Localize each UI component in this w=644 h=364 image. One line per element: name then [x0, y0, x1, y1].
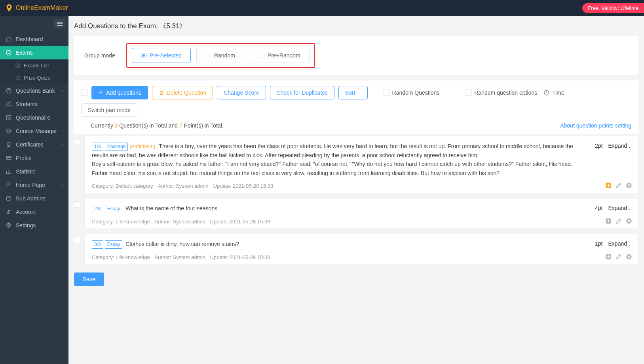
sidebar-toggle[interactable]	[54, 19, 65, 29]
edit-icon[interactable]	[615, 253, 622, 260]
validity-badge[interactable]: Free, Validity: Lifetime	[582, 3, 644, 13]
nav-questionnaire[interactable]: Questionnaire	[0, 111, 68, 124]
switch-part-mode-button[interactable]: Switch part mode	[81, 103, 137, 117]
shuffle-icon	[15, 75, 21, 81]
question-points: 2pt	[595, 143, 602, 149]
svg-point-3	[7, 102, 9, 104]
check-circle-icon	[6, 50, 12, 56]
add-icon[interactable]	[605, 217, 612, 225]
logo-icon	[5, 4, 13, 12]
chevron-left-icon: ‹	[62, 143, 63, 147]
expand-button[interactable]: Expand⌄	[608, 143, 631, 149]
nav-home-page[interactable]: Home Page ‹	[0, 178, 68, 192]
nav-label: Prize Quizs	[24, 75, 50, 81]
toolbar-panel: Add questions Delete Question Change Sco…	[74, 80, 638, 134]
question-text: What is the name of the four seasons	[124, 205, 217, 212]
svg-point-0	[6, 50, 11, 55]
brand-text: OnlineExamMaker	[16, 4, 68, 11]
question-checkbox[interactable]	[74, 201, 80, 208]
question-row: 3/3Essay Clothes collar is dirty, how ca…	[74, 234, 638, 265]
random-questions-option[interactable]: Random Questions	[384, 90, 440, 96]
award-icon	[6, 141, 12, 148]
summary-text: Currently 3 Question(s) in Total and 7 P…	[91, 122, 224, 129]
group-mode-options: Pre-Selected Random Pre+Random	[126, 43, 315, 68]
main-content: Add Questions to the Exam: 《5.31》 Group …	[68, 16, 644, 364]
question-index-badge: 3/3	[92, 240, 103, 249]
question-checkbox[interactable]	[74, 139, 80, 145]
radio-pre-random[interactable]: Pre+Random	[250, 48, 310, 63]
random-options-option[interactable]: Random question options	[465, 90, 537, 96]
edit-icon[interactable]	[615, 217, 622, 225]
nav-exams[interactable]: Exams ⌄	[0, 46, 68, 59]
plus-icon	[98, 90, 104, 95]
question-points: 1pt	[595, 240, 602, 247]
question-actions	[605, 217, 633, 225]
nav-certificates[interactable]: Certificates ‹	[0, 138, 68, 151]
nav-label: Certificates	[16, 141, 44, 148]
question-points: 4pt	[595, 205, 602, 211]
nav-exams-list[interactable]: Exams List	[0, 59, 68, 72]
users-icon	[6, 101, 12, 107]
edit-icon[interactable]	[615, 182, 622, 189]
expand-button[interactable]: Expand⌄	[608, 240, 631, 247]
svg-point-1	[16, 63, 20, 68]
question-type-badge: Essay	[105, 205, 123, 213]
delete-question-button[interactable]: Delete Question	[152, 86, 213, 99]
nav-label: Dashboard	[16, 36, 43, 42]
trash-icon	[159, 90, 164, 95]
checkbox-icon	[465, 90, 472, 96]
gear-icon	[6, 222, 12, 229]
question-type-badge: Essay	[105, 240, 123, 249]
nav-account[interactable]: Account	[0, 205, 68, 219]
nav-questions-bank[interactable]: Questions Bank ‹	[0, 84, 68, 97]
question-checkbox[interactable]	[74, 237, 80, 243]
chevron-down-icon: ⌄	[60, 51, 63, 55]
add-icon[interactable]	[605, 182, 612, 189]
check-circle-icon	[15, 63, 21, 69]
about-points-link[interactable]: About question points setting	[560, 122, 631, 129]
question-card: 1/3Package[Additional] There is a boy, o…	[84, 136, 638, 193]
save-button[interactable]: Save	[74, 273, 104, 286]
delete-icon[interactable]	[625, 182, 633, 189]
check-duplicates-button[interactable]: Check for Duplicates	[270, 86, 334, 99]
help-icon	[6, 88, 12, 94]
radio-icon	[205, 53, 211, 58]
delete-icon[interactable]	[625, 253, 633, 260]
add-icon[interactable]	[605, 253, 612, 260]
add-questions-button[interactable]: Add questions	[91, 86, 148, 99]
radio-icon	[141, 53, 146, 58]
nav-course-manager[interactable]: Course Manager ‹	[0, 124, 68, 138]
time-option[interactable]: Time	[543, 90, 564, 96]
nav-label: Course Manager	[16, 128, 57, 134]
radio-pre-selected[interactable]: Pre-Selected	[132, 48, 191, 63]
delete-icon[interactable]	[625, 217, 633, 225]
question-card: 3/3Essay Clothes collar is dirty, how ca…	[84, 234, 638, 265]
question-row: 2/3Essay What is the name of the four se…	[74, 198, 638, 229]
svg-rect-4	[7, 116, 11, 120]
svg-point-8	[8, 225, 9, 226]
expand-button[interactable]: Expand⌄	[608, 205, 631, 211]
chevron-left-icon: ‹	[62, 129, 63, 133]
question-content: 2/3Essay What is the name of the four se…	[92, 204, 588, 213]
logo[interactable]: OnlineExamMaker	[5, 4, 68, 12]
nav-settings[interactable]: Settings	[0, 219, 68, 232]
nav-label: Account	[16, 209, 36, 215]
nav-statistic[interactable]: Statistic	[0, 165, 68, 178]
checkbox-icon	[384, 90, 390, 96]
nav-sub-admins[interactable]: Sub Admins	[0, 192, 68, 205]
card-icon	[6, 155, 12, 161]
question-index-badge: 2/3	[92, 205, 103, 213]
nav-students[interactable]: Students ‹	[0, 97, 68, 111]
select-all-checkbox[interactable]	[81, 90, 87, 96]
hamburger-icon	[57, 22, 63, 26]
change-score-button[interactable]: Change Score	[217, 86, 266, 99]
nav-dashboard[interactable]: Dashboard	[0, 32, 68, 46]
question-index-badge: 1/3	[92, 143, 103, 151]
nav-label: Sub Admins	[16, 195, 46, 202]
nav-prize-quizs[interactable]: Prize Quizs	[0, 72, 68, 84]
sort-button[interactable]: Sort ⌄	[338, 86, 368, 99]
question-meta: Category: Default categoryAuthor: System…	[92, 183, 631, 189]
group-mode-label: Group mode	[84, 52, 115, 59]
radio-random[interactable]: Random	[196, 48, 244, 63]
nav-profits[interactable]: Profits	[0, 151, 68, 165]
